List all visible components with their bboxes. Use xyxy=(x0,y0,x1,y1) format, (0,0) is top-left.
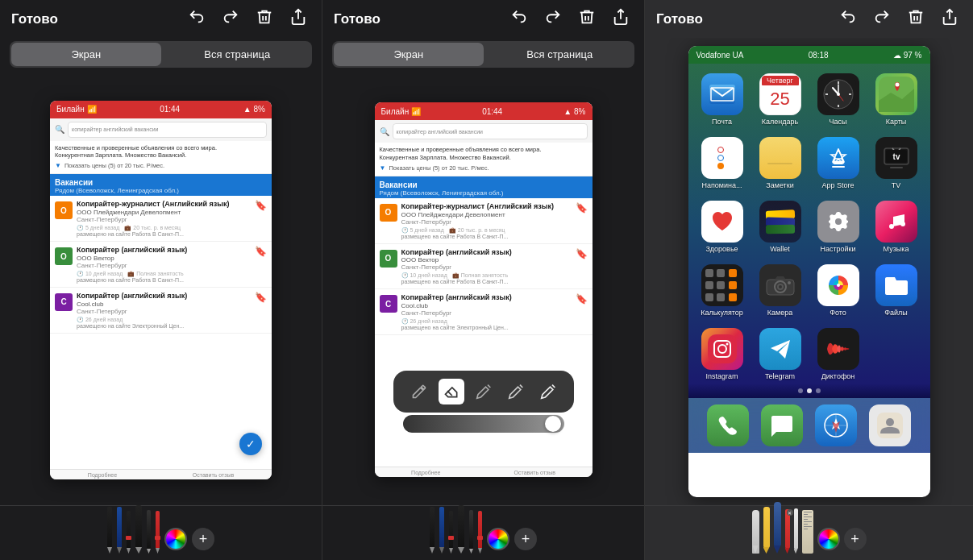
left-job-1[interactable]: О Копирайтер-журналист (Английский язык)… xyxy=(50,196,272,242)
middle-eraser-thumb[interactable] xyxy=(545,416,561,432)
middle-screen-tab[interactable]: Экран xyxy=(334,43,484,66)
dock-safari[interactable] xyxy=(815,404,857,446)
left-pen-4[interactable] xyxy=(135,505,142,554)
right-pen-1[interactable] xyxy=(752,510,759,554)
app-reminders[interactable]: Напомина... xyxy=(695,137,750,189)
middle-pen-5[interactable] xyxy=(469,510,473,554)
right-page-dots xyxy=(688,384,930,398)
left-job-1-logo: О xyxy=(55,201,73,219)
right-pen-2[interactable] xyxy=(763,507,770,554)
left-share-button[interactable] xyxy=(286,6,310,31)
middle-job-2[interactable]: О Копирайтер (английский язык) ООО Векто… xyxy=(375,244,593,290)
left-redo-button[interactable] xyxy=(218,6,243,31)
app-music[interactable]: Музыка xyxy=(869,201,924,253)
app-telegram[interactable]: Telegram xyxy=(753,328,808,380)
middle-pen-4[interactable] xyxy=(458,505,464,554)
svg-line-4 xyxy=(552,385,555,388)
app-photos[interactable]: Фото xyxy=(811,264,866,317)
right-done-button[interactable]: Готово xyxy=(656,11,703,27)
left-undo-button[interactable] xyxy=(185,6,209,31)
left-add-pen-button[interactable]: + xyxy=(192,528,214,550)
middle-top-bar: Готово xyxy=(322,0,644,38)
app-calendar[interactable]: Четверг 25 Календарь xyxy=(753,73,808,126)
middle-pen-2[interactable] xyxy=(439,507,444,554)
drawing-tool-pencil-gray[interactable] xyxy=(471,379,497,404)
middle-eraser-slider[interactable] xyxy=(403,415,564,433)
middle-color-wheel[interactable] xyxy=(487,528,509,550)
svg-point-37 xyxy=(726,343,728,346)
middle-pen-1[interactable] xyxy=(430,507,435,554)
left-status-bar: Билайн 📶 01:44 ▲ 8% xyxy=(50,101,272,118)
left-pen-3[interactable] xyxy=(127,511,131,554)
left-fab-button[interactable]: ✓ xyxy=(239,433,262,455)
app-notes[interactable]: Заметки xyxy=(753,137,808,189)
right-redo-button[interactable] xyxy=(870,6,894,31)
left-fullpage-tab[interactable]: Вся страница xyxy=(163,41,313,68)
middle-pen-3[interactable] xyxy=(449,511,453,554)
app-dictaphone[interactable]: Диктофон xyxy=(811,328,866,380)
middle-redo-button[interactable] xyxy=(541,6,565,31)
app-files[interactable]: Файлы xyxy=(869,264,924,317)
left-screen-tab[interactable]: Экран xyxy=(11,43,161,66)
right-add-pen-button[interactable]: + xyxy=(844,528,867,550)
left-job-3[interactable]: С Копирайтер (английский язык) Cool.club… xyxy=(50,288,272,334)
app-appstore[interactable]: App Store xyxy=(811,137,866,189)
svg-point-33 xyxy=(837,284,840,287)
left-pen-5[interactable] xyxy=(147,510,151,554)
app-settings[interactable]: Настройки xyxy=(811,201,866,253)
middle-add-pen-button[interactable]: + xyxy=(514,528,537,550)
middle-undo-button[interactable] xyxy=(507,6,531,31)
right-ruler[interactable] xyxy=(802,510,813,554)
drawing-tool-pencil-dark[interactable] xyxy=(406,379,432,404)
svg-point-25 xyxy=(835,218,842,225)
middle-job-3[interactable]: С Копирайтер (английский язык) Cool.club… xyxy=(375,289,593,335)
left-top-bar: Готово xyxy=(0,0,322,38)
drawing-tool-eraser[interactable] xyxy=(439,379,464,404)
svg-point-31 xyxy=(779,285,782,288)
left-pen-1[interactable] xyxy=(107,507,112,554)
left-screenshot-area: Билайн 📶 01:44 ▲ 8% 🔍 копирайтер английс… xyxy=(0,74,322,505)
left-job-2[interactable]: О Копирайтер (английский язык) ООО Векто… xyxy=(50,242,272,288)
left-search-icon: 🔍 xyxy=(55,125,64,134)
dock-messages[interactable] xyxy=(761,404,803,446)
right-iphone-frame: Vodafone UA 08:18 ☁ 97 % xyxy=(688,46,930,497)
right-share-button[interactable] xyxy=(938,6,962,31)
right-pen-5[interactable] xyxy=(794,508,798,554)
left-delete-button[interactable] xyxy=(252,6,277,31)
middle-job-1[interactable]: О Копирайтер-журналист (Английский язык)… xyxy=(375,198,593,244)
middle-done-button[interactable]: Готово xyxy=(334,11,380,27)
left-wifi: 📶 xyxy=(87,105,97,114)
left-done-button[interactable]: Готово xyxy=(11,11,58,27)
app-health[interactable]: Здоровье xyxy=(695,201,750,253)
left-pen-6[interactable] xyxy=(156,511,160,554)
right-pen-3[interactable] xyxy=(774,502,781,554)
app-clock[interactable]: Часы xyxy=(811,73,866,126)
left-pen-2[interactable] xyxy=(117,507,122,554)
app-maps[interactable]: Карты xyxy=(869,73,924,126)
drawing-tool-pencil-white[interactable] xyxy=(535,379,561,404)
left-search-input: копирайтер английский вакансии xyxy=(68,122,267,138)
middle-fullpage-tab[interactable]: Вся страница xyxy=(485,41,635,68)
middle-share-button[interactable] xyxy=(609,6,633,31)
middle-delete-button[interactable] xyxy=(575,6,599,31)
left-color-wheel[interactable] xyxy=(164,528,187,550)
right-color-wheel[interactable] xyxy=(817,528,840,550)
app-camera[interactable]: Камера xyxy=(753,264,808,317)
right-undo-button[interactable] xyxy=(836,6,860,31)
app-calculator[interactable]: Калькулятор xyxy=(695,264,750,317)
app-mail[interactable]: Почта xyxy=(695,73,750,126)
dock-contacts[interactable] xyxy=(869,404,911,446)
left-job-2-logo: О xyxy=(55,247,73,265)
app-instagram[interactable]: Instagram xyxy=(695,328,750,380)
app-tv[interactable]: tv TV xyxy=(869,137,924,189)
middle-pen-6[interactable] xyxy=(478,511,482,554)
drawing-tool-pencil-light[interactable] xyxy=(503,379,529,404)
right-pen-4[interactable]: ✕ xyxy=(785,509,790,554)
middle-panel: Готово xyxy=(322,0,645,560)
app-wallet[interactable]: Wallet xyxy=(753,201,808,253)
left-segment-control: Экран Вся страница xyxy=(10,41,312,68)
dock-phone[interactable] xyxy=(707,404,749,446)
page-dot-1 xyxy=(798,388,803,393)
left-jobs-header: Вакансии Рядом (Всеволожск, Ленинградска… xyxy=(50,174,272,196)
right-delete-button[interactable] xyxy=(904,6,928,31)
